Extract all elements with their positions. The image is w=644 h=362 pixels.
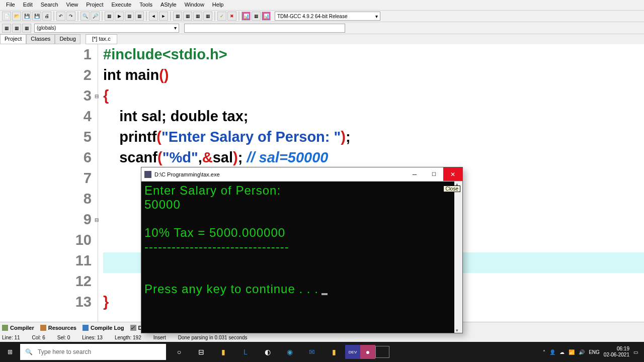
- close-button[interactable]: [443, 167, 462, 181]
- symbol-search[interactable]: [184, 24, 345, 33]
- tab-project[interactable]: Project: [0, 34, 26, 44]
- toolbar-main: 📄 📂 💾 💾 🖨 ↶ ↷ 🔍 🔎 ▦ ▶ ▦ ▦ ◄ ► ▦ ▦ ▦ ▦ ✓ …: [0, 10, 644, 22]
- menu-tools[interactable]: Tools: [135, 1, 156, 9]
- tab-compiler[interactable]: Compiler: [2, 325, 34, 331]
- separator-icon: [102, 12, 103, 21]
- tray-up-icon[interactable]: ˄: [543, 349, 545, 355]
- edge-icon[interactable]: ◉: [279, 342, 301, 362]
- menu-execute[interactable]: Execute: [107, 1, 135, 9]
- recorder-icon[interactable]: ●: [360, 345, 375, 359]
- language-indicator[interactable]: ENG: [589, 349, 600, 355]
- folder-icon[interactable]: ▮: [323, 342, 345, 362]
- find-icon[interactable]: 🔍: [80, 12, 90, 21]
- app-icon[interactable]: L: [234, 342, 257, 362]
- cursor-icon: [321, 293, 328, 295]
- windows-taskbar: ⊞ 🔍 Type here to search ○ ⊟ ▮ L ◐ ◉ ✉ ▮ …: [0, 342, 644, 362]
- grid4-icon[interactable]: ▦: [203, 12, 212, 21]
- toolbar-secondary: ▦ ▦ ▦ (globals) ▾: [0, 22, 644, 34]
- search-placeholder: Type here to search: [38, 348, 91, 355]
- status-col: Col: 6: [32, 335, 45, 340]
- status-line: Line: 11: [2, 335, 20, 340]
- tab-resources[interactable]: Resources: [40, 325, 76, 331]
- run-icon[interactable]: ▶: [115, 12, 124, 21]
- devcpp-icon[interactable]: DEV: [345, 345, 360, 359]
- cortana-icon[interactable]: ○: [168, 342, 190, 362]
- menu-project[interactable]: Project: [82, 1, 107, 9]
- tab-debug[interactable]: Debug: [55, 34, 80, 44]
- forward-icon[interactable]: ►: [159, 12, 168, 21]
- debug-icon: ✓: [130, 325, 136, 331]
- goto-icon[interactable]: ▦: [2, 24, 11, 33]
- task-view-icon[interactable]: ⊟: [190, 342, 212, 362]
- print-icon[interactable]: 🖨: [42, 12, 51, 21]
- close-tooltip: Close: [443, 186, 460, 192]
- wifi-icon[interactable]: 📶: [569, 349, 575, 355]
- separator-icon: [238, 12, 239, 21]
- chrome-icon[interactable]: ◐: [257, 342, 279, 362]
- start-button[interactable]: ⊞: [0, 342, 20, 362]
- bookmark-icon[interactable]: ▦: [12, 24, 21, 33]
- console-scrollbar[interactable]: [454, 182, 462, 333]
- menu-file[interactable]: File: [2, 1, 19, 9]
- status-bar: Line: 11 Col: 6 Sel: 0 Lines: 13 Length:…: [0, 333, 644, 342]
- save-all-icon[interactable]: 💾: [32, 12, 41, 21]
- globals-value: (globals): [37, 25, 56, 31]
- console-titlebar[interactable]: D:\C Programming\tax.exe: [141, 167, 462, 182]
- console-output[interactable]: Enter Salary of Person: 50000 10% Tax = …: [141, 182, 462, 333]
- people-icon[interactable]: 👤: [549, 349, 555, 355]
- onedrive-icon[interactable]: ☁: [559, 349, 565, 355]
- save-icon[interactable]: 💾: [22, 12, 31, 21]
- globals-select[interactable]: (globals) ▾: [34, 24, 179, 33]
- volume-icon[interactable]: 🔊: [579, 349, 585, 355]
- grid2-icon[interactable]: ▦: [183, 12, 192, 21]
- taskbar-clock[interactable]: 06:19 02-06-2021: [604, 346, 629, 358]
- chevron-down-icon: ▾: [375, 14, 378, 19]
- undo-icon[interactable]: ↶: [56, 12, 65, 21]
- explorer-icon[interactable]: ▮: [212, 342, 234, 362]
- maximize-button[interactable]: [424, 167, 443, 181]
- menu-window[interactable]: Window: [181, 1, 208, 9]
- rebuild-icon[interactable]: ▦: [135, 12, 144, 21]
- separator-icon: [146, 12, 147, 21]
- compile-icon[interactable]: ▦: [105, 12, 114, 21]
- menu-search[interactable]: Search: [37, 1, 62, 9]
- grid3-icon[interactable]: ▦: [193, 12, 202, 21]
- menu-view[interactable]: View: [62, 1, 83, 9]
- bookmark2-icon[interactable]: ▦: [22, 24, 31, 33]
- redo-icon[interactable]: ↷: [66, 12, 75, 21]
- chart-icon[interactable]: 📊: [262, 12, 271, 21]
- status-sel: Sel: 0: [57, 335, 70, 340]
- separator-icon: [77, 12, 78, 21]
- compiler-icon: [2, 325, 8, 331]
- chevron-down-icon: ▾: [174, 25, 177, 31]
- debug-icon[interactable]: ▦: [252, 12, 261, 21]
- open-icon[interactable]: 📂: [12, 12, 21, 21]
- system-tray: ˄ 👤 ☁ 📶 🔊 ENG 06:19 02-06-2021 ▭: [543, 342, 644, 362]
- new-icon[interactable]: 📄: [2, 12, 11, 21]
- console-window: D:\C Programming\tax.exe Close Enter Sal…: [141, 167, 463, 333]
- mail-icon[interactable]: ✉: [301, 342, 323, 362]
- replace-icon[interactable]: 🔎: [91, 12, 100, 21]
- menu-astyle[interactable]: AStyle: [156, 1, 181, 9]
- compile-run-icon[interactable]: ▦: [125, 12, 134, 21]
- exe-icon: [144, 171, 151, 178]
- compiler-select[interactable]: TDM-GCC 4.9.2 64-bit Release ▾: [275, 12, 380, 21]
- separator-icon: [214, 12, 215, 21]
- back-icon[interactable]: ◄: [149, 12, 158, 21]
- taskbar-search[interactable]: 🔍 Type here to search: [20, 344, 166, 360]
- menu-edit[interactable]: Edit: [19, 1, 37, 9]
- profile-icon[interactable]: 📊: [242, 12, 251, 21]
- side-tabs: Project Classes Debug: [0, 34, 80, 44]
- tab-classes[interactable]: Classes: [26, 34, 55, 44]
- notifications-icon[interactable]: ▭: [633, 349, 638, 355]
- log-icon: [83, 325, 89, 331]
- minimize-button[interactable]: [405, 167, 424, 181]
- grid1-icon[interactable]: ▦: [173, 12, 182, 21]
- menu-help[interactable]: Help: [208, 1, 228, 9]
- check-icon[interactable]: ✓: [217, 12, 226, 21]
- terminal-icon[interactable]: [375, 346, 389, 358]
- tab-compile-log[interactable]: Compile Log: [83, 325, 124, 331]
- file-tab-tax[interactable]: [*] tax.c: [86, 34, 117, 44]
- delete-icon[interactable]: ✖: [227, 12, 236, 21]
- compiler-value: TDM-GCC 4.9.2 64-bit Release: [277, 14, 348, 19]
